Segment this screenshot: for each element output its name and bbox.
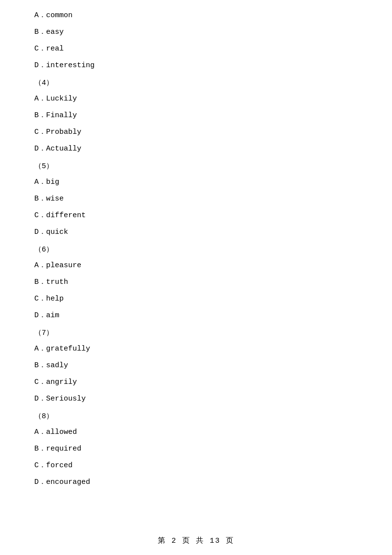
list-item: C．angrily — [34, 377, 358, 388]
option-label: B．required — [34, 445, 81, 453]
option-label: A．pleasure — [34, 261, 81, 270]
list-item: C．different — [34, 210, 358, 222]
option-label: D．Seriously — [34, 395, 86, 403]
list-item: B．truth — [34, 277, 358, 288]
question-group-4: （4） A．Luckily B．Finally C．Probably D．Act… — [34, 77, 358, 155]
option-label: C．forced — [34, 461, 73, 470]
option-label: A．gratefully — [34, 345, 90, 353]
option-label: A．allowed — [34, 428, 77, 436]
option-label: A．common — [34, 11, 73, 20]
option-label: D．aim — [34, 311, 59, 320]
option-label: D．Actually — [34, 145, 81, 153]
option-label: B．easy — [34, 28, 64, 36]
question-number: （4） — [34, 77, 358, 89]
option-label: C．angrily — [34, 378, 77, 386]
question-group-8: （8） A．allowed B．required C．forced D．enco… — [34, 411, 358, 488]
list-item: A．common — [34, 10, 358, 22]
list-item: A．big — [34, 177, 358, 188]
list-item: B．sadly — [34, 360, 358, 372]
list-item: A．gratefully — [34, 343, 358, 355]
page-number: 第 2 页 共 13 页 — [158, 537, 234, 545]
option-label: A．Luckily — [34, 95, 77, 103]
option-label: C．Probably — [34, 128, 81, 136]
option-label: D．interesting — [34, 61, 95, 70]
option-label: B．sadly — [34, 361, 68, 370]
option-label: D．encouraged — [34, 478, 90, 486]
list-item: A．allowed — [34, 427, 358, 438]
option-label: B．truth — [34, 278, 68, 286]
question-number: （5） — [34, 161, 358, 173]
list-item: D．encouraged — [34, 477, 358, 488]
list-item: B．wise — [34, 193, 358, 205]
main-content: A．common B．easy C．real D．interesting （4）… — [0, 0, 392, 523]
question-group-6: （6） A．pleasure B．truth C．help D．aim — [34, 244, 358, 322]
list-item: B．Finally — [34, 110, 358, 122]
list-item: D．quick — [34, 227, 358, 238]
list-item: B．required — [34, 443, 358, 455]
question-group-1: A．common B．easy C．real D．interesting — [34, 10, 358, 72]
option-label: A．big — [34, 178, 59, 186]
list-item: C．Probably — [34, 126, 358, 138]
option-label: C．help — [34, 295, 64, 303]
list-item: D．Actually — [34, 143, 358, 155]
question-number: （8） — [34, 411, 358, 423]
question-group-5: （5） A．big B．wise C．different D．quick — [34, 161, 358, 238]
page-footer: 第 2 页 共 13 页 — [0, 536, 392, 545]
question-number: （7） — [34, 328, 358, 339]
option-label: C．different — [34, 211, 86, 220]
list-item: C．forced — [34, 460, 358, 472]
list-item: D．aim — [34, 310, 358, 322]
list-item: C．real — [34, 43, 358, 55]
list-item: D．interesting — [34, 60, 358, 72]
list-item: B．easy — [34, 26, 358, 38]
list-item: A．Luckily — [34, 93, 358, 105]
list-item: D．Seriously — [34, 393, 358, 405]
option-label: B．wise — [34, 195, 64, 203]
list-item: C．help — [34, 293, 358, 305]
option-label: C．real — [34, 45, 64, 53]
question-number: （6） — [34, 244, 358, 256]
option-label: B．Finally — [34, 111, 77, 120]
list-item: A．pleasure — [34, 260, 358, 272]
question-group-7: （7） A．gratefully B．sadly C．angrily D．Ser… — [34, 328, 358, 405]
option-label: D．quick — [34, 228, 68, 236]
